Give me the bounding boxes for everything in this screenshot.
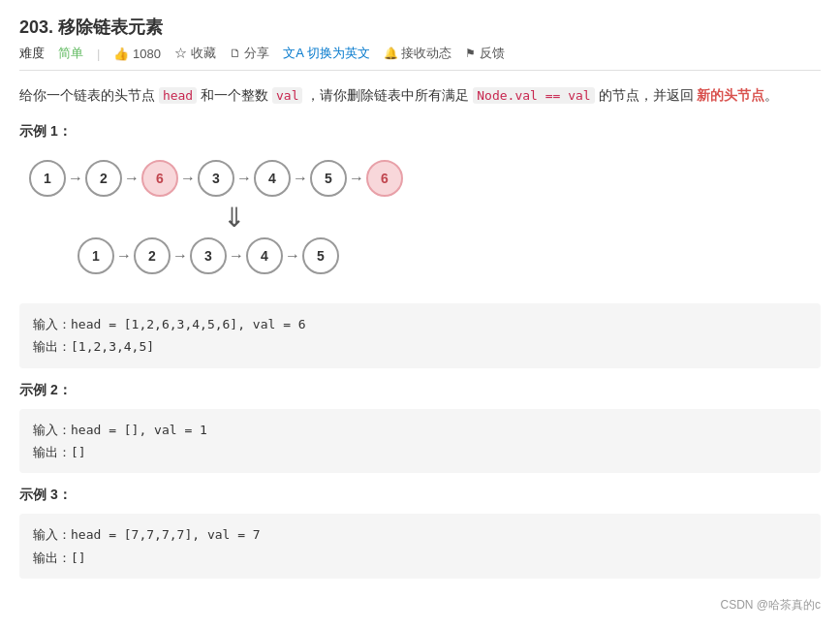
description: 给你一个链表的头节点 head 和一个整数 val ，请你删除链表中所有满足 N… bbox=[19, 84, 821, 108]
node-2: 2 bbox=[85, 160, 122, 197]
desc-text2: 和一个整数 bbox=[197, 87, 272, 103]
arrow-2: → bbox=[124, 170, 140, 187]
example2-input: 输入：head = [], val = 1 bbox=[33, 419, 807, 441]
node-5: 5 bbox=[310, 160, 347, 197]
notify-button[interactable]: 接收动态 bbox=[384, 45, 452, 62]
node-6b: 6 bbox=[366, 160, 403, 197]
desc-text1: 给你一个链表的头节点 bbox=[19, 87, 159, 103]
desc-text5: 。 bbox=[764, 87, 778, 103]
result-node-4: 4 bbox=[246, 237, 283, 274]
difficulty-label: 难度 bbox=[19, 45, 45, 62]
example3-title: 示例 3： bbox=[19, 487, 821, 504]
result-arrow-3: → bbox=[229, 247, 244, 265]
node-1: 1 bbox=[29, 160, 66, 197]
page-title: 203. 移除链表元素 bbox=[19, 16, 821, 39]
arrow-6: → bbox=[349, 170, 364, 187]
result-arrow-1: → bbox=[116, 247, 132, 265]
arrow-5: → bbox=[293, 170, 308, 187]
example1-title: 示例 1： bbox=[19, 123, 821, 141]
example3-output: 输出：[] bbox=[33, 547, 807, 569]
example2-title: 示例 2： bbox=[19, 382, 821, 399]
desc-code-head: head bbox=[159, 87, 197, 104]
example3-box: 输入：head = [7,7,7,7], val = 7 输出：[] bbox=[19, 514, 821, 579]
result-arrow-2: → bbox=[172, 247, 188, 265]
bottom-linked-list: 1 → 2 → 3 → 4 → 5 bbox=[29, 237, 821, 274]
arrow-3: → bbox=[180, 170, 196, 187]
desc-text3: ，请你删除链表中所有满足 bbox=[302, 87, 473, 103]
result-node-2: 2 bbox=[134, 237, 171, 274]
feedback-label: 反馈 bbox=[480, 46, 505, 60]
like-count: 1080 bbox=[133, 47, 161, 61]
share-label: 分享 bbox=[244, 46, 269, 60]
example2-box: 输入：head = [], val = 1 输出：[] bbox=[19, 409, 821, 474]
node-4: 4 bbox=[254, 160, 291, 197]
example1-input: 输入：head = [1,2,6,3,4,5,6], val = 6 bbox=[33, 313, 807, 335]
desc-text4: 的节点，并返回 bbox=[595, 87, 698, 103]
arrow-1: → bbox=[68, 170, 83, 187]
top-linked-list: 1 → 2 → 6 → 3 → 4 → 5 → 6 bbox=[29, 160, 821, 197]
desc-highlight: 新的头节点 bbox=[697, 87, 764, 103]
example1-box: 输入：head = [1,2,6,3,4,5,6], val = 6 输出：[1… bbox=[19, 303, 821, 368]
result-node-3: 3 bbox=[190, 237, 227, 274]
result-node-1: 1 bbox=[78, 237, 114, 274]
result-arrow-4: → bbox=[285, 247, 300, 265]
bell-icon bbox=[384, 46, 398, 60]
watermark: CSDN @哈茶真的c bbox=[720, 597, 821, 613]
down-arrow-container: ⇓ bbox=[29, 204, 821, 232]
node-6a: 6 bbox=[141, 160, 178, 197]
result-node-5: 5 bbox=[302, 237, 339, 274]
example1-diagram: 1 → 2 → 6 → 3 → 4 → 5 → 6 ⇓ 1 → 2 → 3 → … bbox=[19, 150, 821, 292]
difficulty-value: 简单 bbox=[58, 45, 83, 62]
switch-lang-button[interactable]: 文A 切换为英文 bbox=[283, 45, 370, 62]
collect-button[interactable]: 收藏 bbox=[174, 45, 216, 62]
switch-lang-label: 切换为英文 bbox=[307, 46, 370, 60]
desc-code-condition: Node.val == val bbox=[473, 87, 594, 104]
thumb-icon bbox=[113, 47, 129, 61]
example3-input: 输入：head = [7,7,7,7], val = 7 bbox=[33, 523, 807, 546]
like-button[interactable]: 1080 bbox=[113, 47, 161, 61]
flag-icon bbox=[465, 46, 476, 60]
share-icon bbox=[230, 46, 241, 60]
notify-label: 接收动态 bbox=[401, 46, 451, 60]
meta-bar: 难度 简单 | 1080 收藏 分享 文A 切换为英文 接收动态 反馈 bbox=[19, 45, 821, 71]
arrow-4: → bbox=[236, 170, 252, 187]
translate-icon: 文A bbox=[283, 46, 303, 60]
star-icon bbox=[174, 46, 187, 60]
collect-label: 收藏 bbox=[191, 46, 216, 60]
down-arrow-icon: ⇓ bbox=[223, 204, 245, 232]
node-3: 3 bbox=[198, 160, 234, 197]
share-button[interactable]: 分享 bbox=[230, 45, 270, 62]
feedback-button[interactable]: 反馈 bbox=[465, 45, 505, 62]
example1-output: 输出：[1,2,3,4,5] bbox=[33, 335, 807, 358]
example2-output: 输出：[] bbox=[33, 441, 807, 463]
desc-code-val: val bbox=[272, 87, 302, 104]
